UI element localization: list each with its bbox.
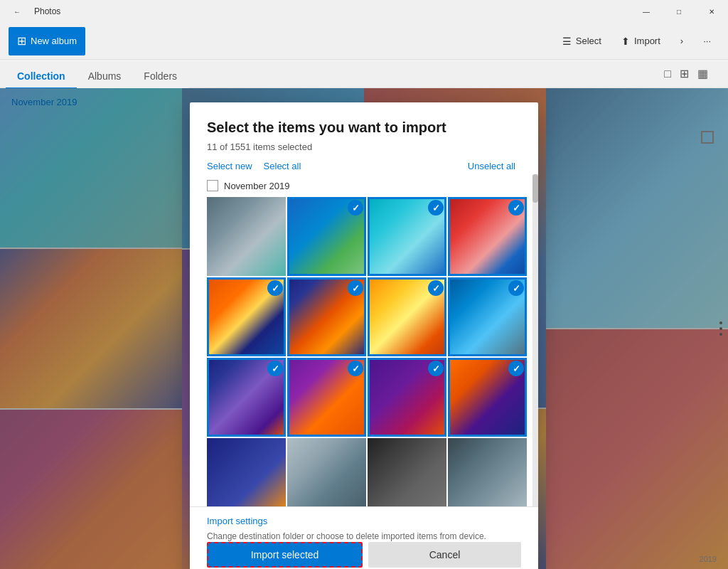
view-grid-button[interactable]: ⊞ xyxy=(677,64,692,83)
select-all-link[interactable]: Select all xyxy=(264,161,301,171)
dialog-footer: Import settings Change destination folde… xyxy=(190,506,538,569)
title-bar: ← Photos — □ ✕ xyxy=(0,0,728,23)
nav-tab-bar: Collection Albums Folders □ ⊞ ▦ xyxy=(0,60,728,88)
import-icon: ⬆ xyxy=(621,36,630,47)
check-badge-5: ✓ xyxy=(267,280,283,296)
check-badge-3: ✓ xyxy=(428,200,444,216)
view-list-button[interactable]: ▦ xyxy=(695,64,711,83)
modal-overlay: Select the items you want to import 11 o… xyxy=(0,88,728,569)
import-settings-desc: Change destination folder or choose to d… xyxy=(207,531,486,541)
new-album-label: New album xyxy=(31,36,77,46)
dialog-header: Select the items you want to import 11 o… xyxy=(190,102,538,174)
photo-cell-4[interactable]: ✓ xyxy=(448,197,527,276)
dialog-buttons: Import selected Cancel xyxy=(207,542,521,568)
tab-collection[interactable]: Collection xyxy=(6,65,77,89)
dialog-grid-wrapper: November 2019 ✓✓✓✓✓✓✓✓✓✓✓ xyxy=(190,174,538,506)
import-button[interactable]: ⬆ Import xyxy=(613,27,669,55)
check-badge-12: ✓ xyxy=(508,361,524,376)
app-title: Photos xyxy=(34,6,60,16)
photo-cell-9[interactable]: ✓ xyxy=(207,358,286,437)
more-button[interactable]: ··· xyxy=(695,27,719,55)
photo-cell-2[interactable]: ✓ xyxy=(287,197,366,276)
tab-albums[interactable]: Albums xyxy=(77,65,133,89)
import-dialog: Select the items you want to import 11 o… xyxy=(190,102,538,569)
check-badge-10: ✓ xyxy=(348,361,363,376)
unselect-all-link[interactable]: Unselect all xyxy=(468,161,515,171)
check-badge-11: ✓ xyxy=(428,361,444,376)
photo-cell-11[interactable]: ✓ xyxy=(368,358,446,437)
more-icon: ··· xyxy=(703,36,711,46)
photo-grid: ✓✓✓✓✓✓✓✓✓✓✓ xyxy=(207,197,527,506)
view-checkbox-button[interactable]: □ xyxy=(661,64,674,83)
new-album-button[interactable]: ⊞ New album xyxy=(9,27,85,55)
app-toolbar: ⊞ New album ☰ Select ⬆ Import › ··· xyxy=(0,23,728,60)
chevron-button[interactable]: › xyxy=(672,27,692,55)
photo-cell-10[interactable]: ✓ xyxy=(287,358,366,437)
dialog-actions-top: Select new Select all Unselect all xyxy=(207,161,521,171)
photo-cell-7[interactable]: ✓ xyxy=(368,277,446,356)
check-badge-4: ✓ xyxy=(508,200,524,216)
photo-cell-12[interactable]: ✓ xyxy=(448,358,527,437)
import-settings-link[interactable]: Import settings xyxy=(207,516,521,526)
main-area: November 2019 2019 Select the items you … xyxy=(0,88,728,569)
select-button[interactable]: ☰ Select xyxy=(554,27,610,55)
select-label: Select xyxy=(576,36,601,46)
photo-cell-13[interactable] xyxy=(207,438,286,506)
check-badge-2: ✓ xyxy=(348,200,363,216)
check-badge-9: ✓ xyxy=(267,361,283,376)
photo-cell-6[interactable]: ✓ xyxy=(287,277,366,356)
month-check-row: November 2019 xyxy=(207,174,527,197)
month-check-label: November 2019 xyxy=(224,181,290,191)
view-controls: □ ⊞ ▦ xyxy=(661,64,722,83)
back-button[interactable]: ← xyxy=(6,0,28,23)
check-badge-8: ✓ xyxy=(508,280,524,296)
month-checkbox[interactable] xyxy=(207,180,218,191)
scroll-thumb xyxy=(532,174,538,203)
dialog-grid-inner[interactable]: November 2019 ✓✓✓✓✓✓✓✓✓✓✓ xyxy=(207,174,532,506)
check-badge-7: ✓ xyxy=(428,280,444,296)
cancel-button[interactable]: Cancel xyxy=(368,542,521,568)
photo-cell-1[interactable] xyxy=(207,197,286,276)
photo-cell-5[interactable]: ✓ xyxy=(207,277,286,356)
photo-cell-8[interactable]: ✓ xyxy=(448,277,527,356)
chevron-icon: › xyxy=(680,36,683,46)
photo-cell-16[interactable] xyxy=(448,438,527,506)
scrollbar[interactable] xyxy=(532,174,538,506)
import-selected-button[interactable]: Import selected xyxy=(207,542,363,568)
minimize-button[interactable]: — xyxy=(630,0,663,23)
photo-cell-14[interactable] xyxy=(287,438,366,506)
select-new-link[interactable]: Select new xyxy=(207,161,252,171)
new-album-icon: ⊞ xyxy=(17,34,26,48)
check-badge-6: ✓ xyxy=(348,280,363,296)
maximize-button[interactable]: □ xyxy=(663,0,695,23)
import-label: Import xyxy=(634,36,660,46)
tab-folders[interactable]: Folders xyxy=(132,65,188,89)
nav-tabs: Collection Albums Folders xyxy=(6,60,188,88)
photo-cell-15[interactable] xyxy=(368,438,446,506)
dialog-title: Select the items you want to import xyxy=(207,119,521,136)
photo-cell-3[interactable]: ✓ xyxy=(368,197,446,276)
dialog-count: 11 of 1551 items selected xyxy=(207,142,521,152)
close-button[interactable]: ✕ xyxy=(695,0,728,23)
select-icon: ☰ xyxy=(562,36,572,47)
